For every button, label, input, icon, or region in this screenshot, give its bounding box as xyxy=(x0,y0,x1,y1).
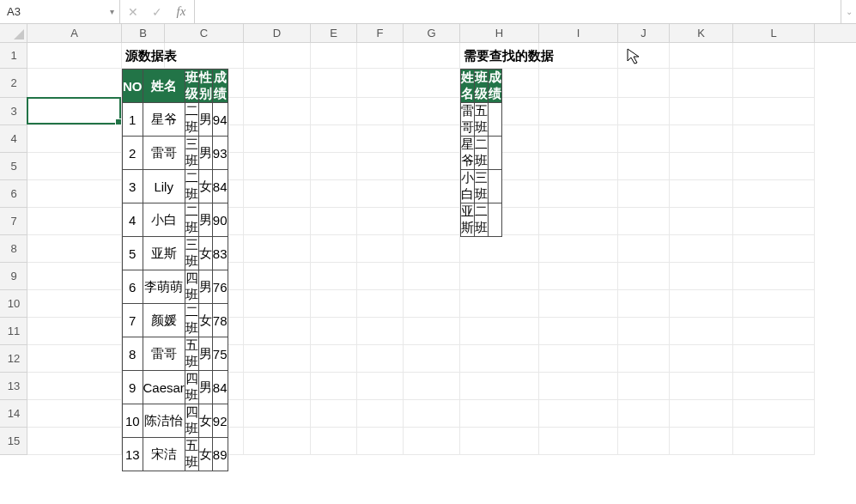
row-header[interactable]: 14 xyxy=(0,400,27,428)
table-cell[interactable]: 7 xyxy=(123,304,143,337)
table-cell[interactable]: 二班 xyxy=(185,203,198,237)
table-cell[interactable]: 男 xyxy=(198,270,212,304)
row-header[interactable]: 2 xyxy=(0,69,27,98)
table-cell[interactable]: 小白 xyxy=(461,170,475,203)
table-cell[interactable]: 亚斯 xyxy=(143,237,185,270)
table-cell[interactable] xyxy=(489,203,502,237)
row-header[interactable]: 8 xyxy=(0,235,27,263)
table-cell[interactable]: 男 xyxy=(198,203,212,237)
row-header[interactable]: 12 xyxy=(0,345,27,373)
column-header[interactable]: E xyxy=(311,24,357,42)
column-header[interactable]: J xyxy=(618,24,670,42)
table-cell[interactable]: 李萌萌 xyxy=(143,270,185,304)
table-header-cell[interactable]: 姓名 xyxy=(143,70,185,103)
table-cell[interactable]: 92 xyxy=(212,404,228,438)
column-header[interactable]: D xyxy=(244,24,311,42)
table-header-cell[interactable]: NO xyxy=(123,70,143,103)
table-cell[interactable]: 女 xyxy=(198,170,212,203)
table-cell[interactable]: 90 xyxy=(212,203,228,237)
table-cell[interactable]: 2 xyxy=(123,137,143,170)
table-cell[interactable]: 93 xyxy=(212,137,228,170)
table-cell[interactable]: 五班 xyxy=(185,438,198,471)
table-cell[interactable]: 84 xyxy=(212,170,228,203)
table-header-cell[interactable]: 姓名 xyxy=(461,70,475,103)
table-cell[interactable]: 10 xyxy=(123,404,143,438)
table-cell[interactable] xyxy=(489,103,502,137)
table-cell[interactable]: 13 xyxy=(123,438,143,471)
table-cell[interactable]: 五班 xyxy=(475,103,489,137)
table-cell[interactable]: 四班 xyxy=(185,371,198,404)
column-header[interactable]: B xyxy=(122,24,165,42)
table-cell[interactable]: 五班 xyxy=(185,337,198,371)
table-cell[interactable]: 83 xyxy=(212,237,228,270)
table-cell[interactable]: 9 xyxy=(123,371,143,404)
table-cell[interactable]: 76 xyxy=(212,270,228,304)
lookup-table[interactable]: 姓名班级成绩雷哥五班星爷二班小白三班亚斯二班 xyxy=(460,69,502,237)
table-cell[interactable]: 雷哥 xyxy=(143,337,185,371)
row-header[interactable]: 6 xyxy=(0,180,27,208)
formula-expand-icon[interactable]: ⌄ xyxy=(841,0,856,23)
table-cell[interactable]: 亚斯 xyxy=(461,203,475,237)
table-cell[interactable]: 5 xyxy=(123,237,143,270)
row-header[interactable]: 10 xyxy=(0,290,27,318)
row-header[interactable]: 5 xyxy=(0,153,27,180)
table-cell[interactable]: 女 xyxy=(198,304,212,337)
fx-icon[interactable]: fx xyxy=(173,4,189,20)
row-header[interactable]: 1 xyxy=(0,43,27,69)
table-header-cell[interactable]: 班级 xyxy=(185,70,198,103)
table-header-cell[interactable]: 成绩 xyxy=(212,70,228,103)
select-all-corner[interactable] xyxy=(0,24,27,43)
table-cell[interactable]: 宋洁 xyxy=(143,438,185,471)
table-cell[interactable]: 二班 xyxy=(475,203,489,237)
table-cell[interactable]: 二班 xyxy=(185,103,198,137)
table-cell[interactable]: 男 xyxy=(198,103,212,137)
table-cell[interactable]: 星爷 xyxy=(143,103,185,137)
table-header-cell[interactable]: 成绩 xyxy=(489,70,502,103)
table-cell[interactable]: 二班 xyxy=(185,170,198,203)
row-header[interactable]: 7 xyxy=(0,208,27,235)
column-header[interactable]: L xyxy=(733,24,815,42)
table-cell[interactable]: 星爷 xyxy=(461,137,475,170)
formula-input[interactable] xyxy=(195,0,841,23)
table-cell[interactable]: 4 xyxy=(123,203,143,237)
column-header[interactable]: K xyxy=(670,24,733,42)
table-cell[interactable]: 四班 xyxy=(185,270,198,304)
column-header[interactable]: G xyxy=(404,24,460,42)
table-cell[interactable]: 女 xyxy=(198,404,212,438)
table-cell[interactable]: 雷哥 xyxy=(461,103,475,137)
column-header[interactable]: C xyxy=(165,24,244,42)
name-box-dropdown-icon[interactable]: ▾ xyxy=(110,7,114,16)
table-cell[interactable]: 8 xyxy=(123,337,143,371)
table-cell[interactable]: 1 xyxy=(123,103,143,137)
row-header[interactable]: 13 xyxy=(0,373,27,400)
row-header[interactable]: 15 xyxy=(0,428,27,455)
table-cell[interactable]: Caesar xyxy=(143,371,185,404)
table-cell[interactable]: 84 xyxy=(212,371,228,404)
table-header-cell[interactable]: 班级 xyxy=(475,70,489,103)
table-cell[interactable]: 三班 xyxy=(185,137,198,170)
column-header[interactable]: A xyxy=(27,24,122,42)
table-cell[interactable]: 78 xyxy=(212,304,228,337)
table-cell[interactable] xyxy=(489,137,502,170)
table-cell[interactable]: 三班 xyxy=(185,237,198,270)
table-cell[interactable] xyxy=(489,170,502,203)
table-cell[interactable]: 3 xyxy=(123,170,143,203)
table-cell[interactable]: 94 xyxy=(212,103,228,137)
table-cell[interactable]: 男 xyxy=(198,371,212,404)
name-box-container[interactable]: ▾ xyxy=(0,0,120,23)
table-cell[interactable]: 女 xyxy=(198,438,212,471)
source-table[interactable]: NO姓名班级性别成绩1星爷二班男942雷哥三班男933Lily二班女844小白二… xyxy=(122,69,228,471)
table-cell[interactable]: 陈洁怡 xyxy=(143,404,185,438)
table-cell[interactable]: 6 xyxy=(123,270,143,304)
table-cell[interactable]: Lily xyxy=(143,170,185,203)
name-box[interactable] xyxy=(5,4,106,19)
table-header-cell[interactable]: 性别 xyxy=(198,70,212,103)
table-cell[interactable]: 男 xyxy=(198,337,212,371)
column-header[interactable]: H xyxy=(460,24,539,42)
row-header[interactable]: 9 xyxy=(0,263,27,290)
row-header[interactable]: 11 xyxy=(0,318,27,345)
column-header[interactable]: F xyxy=(357,24,404,42)
table-cell[interactable]: 二班 xyxy=(475,137,489,170)
column-header[interactable]: I xyxy=(539,24,618,42)
table-cell[interactable]: 男 xyxy=(198,137,212,170)
